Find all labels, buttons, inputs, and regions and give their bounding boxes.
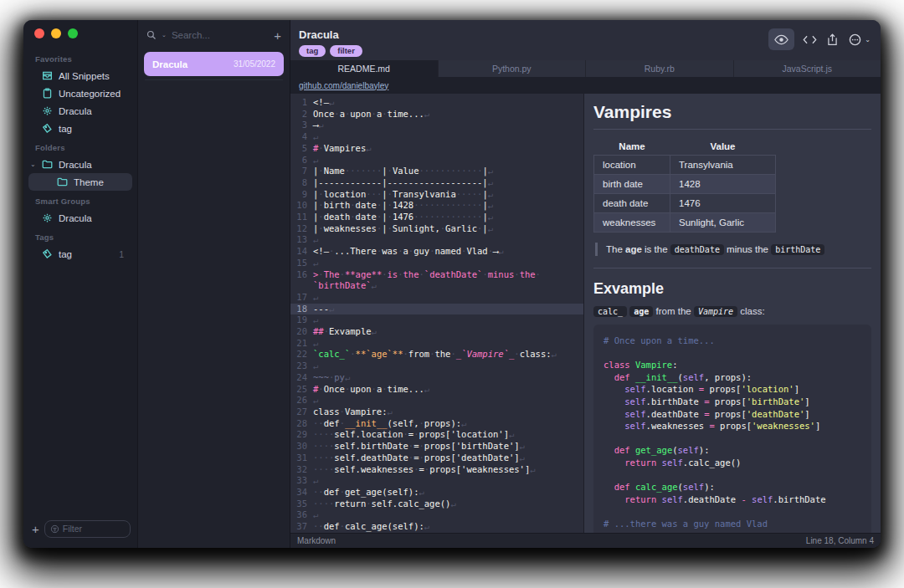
gear-icon	[42, 105, 53, 116]
github-link[interactable]: github.com/danielbayley	[299, 81, 388, 90]
editor-line-16[interactable]: 16>·​The·​**age**·​is·​the·​`deathDate`·…	[290, 269, 583, 292]
table-cell: Sunlight, Garlic	[670, 213, 776, 233]
sidebar-filter-input[interactable]: Filter	[44, 520, 131, 538]
chevron-down-icon: ⌄	[865, 36, 871, 43]
editor-line-35[interactable]: 35·​·​·​·​return·​self.calc_age()↵	[290, 499, 583, 510]
editor-line-24[interactable]: 24~~~·​py↵	[290, 372, 583, 384]
table-cell: birth date	[594, 175, 670, 194]
editor-line-25[interactable]: 25#·​Once·​upon·​a·​time...↵	[290, 384, 583, 396]
editor-line-2[interactable]: 2Once·​a·​upon·​a·​time...↵	[290, 109, 583, 120]
editor-line-18[interactable]: 18---↵	[290, 304, 583, 315]
search-input[interactable]: Search...	[172, 30, 269, 40]
code-block-line	[604, 505, 861, 518]
table-cell: 1476	[670, 194, 776, 213]
language-indicator[interactable]: Markdown	[297, 536, 336, 545]
editor-line-12[interactable]: 12|·​weaknesses·​|·​Sunlight,·​Garlic·​|…	[290, 223, 583, 235]
editor-line-3[interactable]: 3⟶↵	[290, 120, 583, 131]
line-number: 3	[290, 120, 313, 131]
vampire-table: NameValue locationTransylvaniabirth date…	[593, 138, 776, 233]
more-menu-button[interactable]: ⌄	[848, 30, 871, 49]
editor-line-11[interactable]: 11|·​death·​date·​|·​1476·​·​·​·​·​·​·​·…	[290, 212, 583, 223]
line-number: 22	[290, 349, 313, 360]
add-folder-button[interactable]: +	[32, 523, 39, 535]
editor-line-37[interactable]: 37·​·​def·​calc_age(self):↵	[290, 521, 583, 533]
tag-icon	[42, 123, 53, 134]
tag-pill-tag[interactable]: tag	[299, 45, 326, 57]
line-content: #·​Vampires↵	[313, 143, 583, 155]
search-scope-chevron-icon[interactable]: ⌄	[162, 32, 167, 38]
line-number: 8	[290, 177, 313, 189]
code-editor[interactable]: 1<!—↵2Once·​a·​upon·​a·​time...↵3⟶↵4↵5#·…	[290, 94, 583, 533]
line-number: 5	[290, 143, 313, 155]
editor-line-1[interactable]: 1<!—↵	[290, 97, 583, 109]
tag-pill-filter[interactable]: filter	[330, 45, 362, 57]
sidebar-item-dracula[interactable]: Dracula	[23, 102, 137, 120]
gear-icon	[42, 212, 53, 223]
editor-line-30[interactable]: 30·​·​·​·​self.birthDate·​=·​props['birt…	[290, 441, 583, 453]
text-run: is the	[642, 244, 670, 254]
divider	[593, 268, 871, 268]
editor-line-32[interactable]: 32·​·​·​·​self.weaknesses·​=·​props['wea…	[290, 464, 583, 476]
zoom-window-button[interactable]	[68, 28, 78, 38]
editor-line-8[interactable]: 8|------------|------------------|↵	[290, 177, 583, 189]
code-block-line: self.birthDate = props['birthDate']	[604, 396, 861, 408]
tab-python.py[interactable]: Python.py	[439, 60, 587, 77]
editor-line-13[interactable]: 13↵	[290, 234, 583, 246]
editor-line-9[interactable]: 9|·​location·​·​·​|·​Transylvania·​·​·​·…	[290, 189, 583, 201]
code-block-line: def get_age(self):	[604, 444, 861, 457]
tab-ruby.rb[interactable]: Ruby.rb	[586, 60, 734, 77]
search-icon	[146, 30, 157, 40]
snippet-list-item[interactable]: Dracula31/05/2022	[144, 52, 284, 76]
snippet-item-date: 31/05/2022	[234, 59, 275, 69]
minimize-window-button[interactable]	[51, 28, 61, 38]
editor-line-33[interactable]: 33↵	[290, 475, 583, 487]
sidebar-item-uncategorized[interactable]: Uncategorized	[23, 84, 137, 102]
line-number: 37	[290, 521, 313, 533]
editor-line-23[interactable]: 23↵	[290, 360, 583, 372]
editor-line-27[interactable]: 27class·​Vampire:↵	[290, 406, 583, 418]
editor-line-5[interactable]: 5#·​Vampires↵	[290, 143, 583, 155]
close-window-button[interactable]	[34, 28, 44, 38]
editor-line-20[interactable]: 20##·​Exvample↵	[290, 326, 583, 338]
editor-line-36[interactable]: 36↵	[290, 509, 583, 521]
tag-count-badge: 1	[119, 249, 131, 259]
sidebar-item-label: tag	[59, 249, 72, 259]
line-content: |------------|------------------|↵	[313, 177, 583, 189]
sidebar-item-dracula[interactable]: Dracula	[23, 209, 137, 227]
sidebar-filter-placeholder: Filter	[63, 524, 82, 534]
markdown-preview: Vampires NameValue locationTransylvaniab…	[583, 94, 881, 533]
editor-line-26[interactable]: 26↵	[290, 395, 583, 406]
sidebar-item-theme[interactable]: Theme	[28, 173, 132, 191]
tab-readme.md[interactable]: README.md	[290, 60, 439, 77]
sidebar-item-all-snippets[interactable]: All Snippets	[23, 67, 137, 84]
editor-line-31[interactable]: 31·​·​·​·​self.deathDate·​=·​props['deat…	[290, 453, 583, 464]
inline-code: calc_	[593, 306, 627, 317]
sidebar-item-tag[interactable]: tag1	[23, 245, 137, 263]
share-button[interactable]	[825, 30, 840, 49]
editor-line-28[interactable]: 28·​·​def·​__init__(self,·​props):↵	[290, 418, 583, 430]
editor-line-34[interactable]: 34·​·​def·​get_age(self):↵	[290, 487, 583, 499]
main-panel: Dracula tagfilter ⌄ README.mdPython	[290, 20, 881, 548]
editor-line-14[interactable]: 14<!—·​...There·​was·​a·​guy·​named·​Vla…	[290, 246, 583, 258]
code-view-button[interactable]	[803, 30, 817, 49]
editor-line-6[interactable]: 6↵	[290, 155, 583, 166]
line-content: Once·​a·​upon·​a·​time...↵	[313, 109, 583, 120]
editor-line-15[interactable]: 15↵	[290, 258, 583, 269]
preview-toggle-button[interactable]	[768, 28, 794, 50]
sidebar-item-label: Dracula	[59, 213, 92, 223]
editor-line-19[interactable]: 19↵	[290, 314, 583, 326]
sidebar-item-tag[interactable]: tag	[23, 120, 137, 137]
editor-line-4[interactable]: 4↵	[290, 131, 583, 143]
editor-line-29[interactable]: 29·​·​·​·​self.location·​=·​props['locat…	[290, 429, 583, 441]
text-run: class:	[737, 306, 765, 316]
editor-line-7[interactable]: 7|·​Name·​·​·​·​·​·​·​|·​Value·​·​·​·​·​…	[290, 166, 583, 177]
chevron-down-icon[interactable]: ⌄	[30, 161, 36, 168]
editor-line-10[interactable]: 10|·​birth·​date·​|·​1428·​·​·​·​·​·​·​·…	[290, 200, 583, 212]
snippet-title[interactable]: Dracula	[299, 27, 362, 41]
new-snippet-button[interactable]: +	[274, 28, 281, 43]
editor-line-22[interactable]: 22`calc_`·​**`age`**·​from·​the·​_`Vampi…	[290, 349, 583, 360]
tab-javascript.js[interactable]: JavaScript.js	[734, 60, 881, 77]
editor-line-17[interactable]: 17↵	[290, 292, 583, 304]
editor-line-21[interactable]: 21↵	[290, 338, 583, 350]
sidebar-item-dracula[interactable]: ⌄Dracula	[23, 156, 137, 173]
